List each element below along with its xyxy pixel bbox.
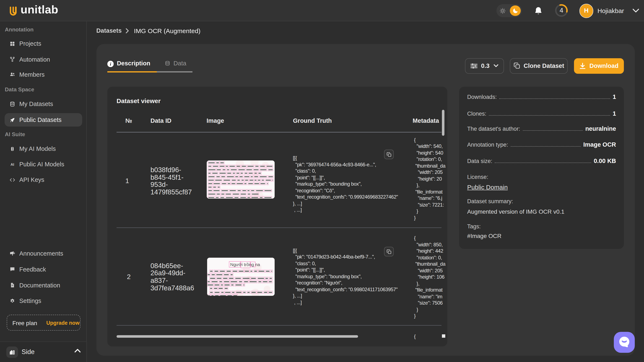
svg-text:i: i [110, 62, 111, 67]
svg-text:Người trồng na: Người trồng na [230, 262, 260, 267]
svg-text:AI: AI [10, 162, 14, 167]
